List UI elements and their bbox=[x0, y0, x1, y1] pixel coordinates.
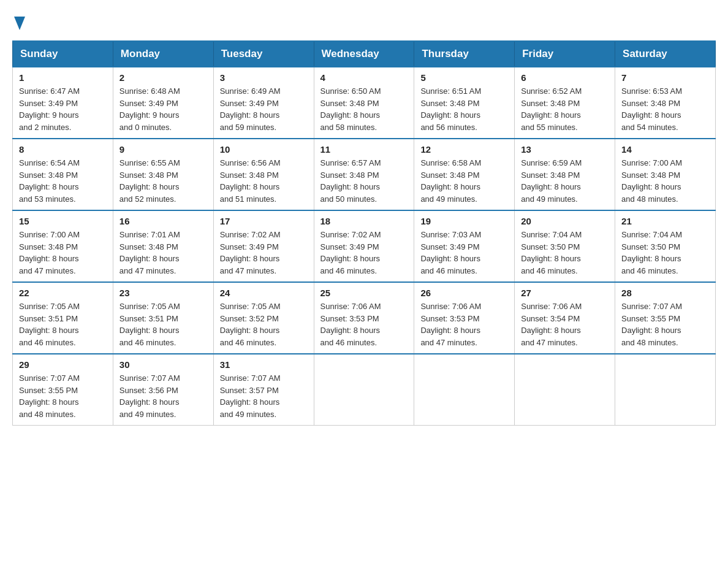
day-number: 31 bbox=[220, 359, 308, 370]
day-number: 27 bbox=[521, 288, 609, 298]
day-info: Sunrise: 7:07 AMSunset: 3:56 PMDaylight:… bbox=[119, 372, 207, 420]
day-number: 25 bbox=[320, 288, 408, 298]
calendar-cell: 29Sunrise: 7:07 AMSunset: 3:55 PMDayligh… bbox=[13, 354, 113, 426]
calendar-cell: 13Sunrise: 6:59 AMSunset: 3:48 PMDayligh… bbox=[515, 139, 615, 210]
calendar-cell bbox=[615, 354, 716, 426]
calendar-cell: 28Sunrise: 7:07 AMSunset: 3:55 PMDayligh… bbox=[615, 282, 716, 354]
weekday-header-sunday: Sunday bbox=[13, 41, 113, 67]
calendar-cell: 17Sunrise: 7:02 AMSunset: 3:49 PMDayligh… bbox=[213, 210, 314, 282]
calendar-cell: 1Sunrise: 6:47 AMSunset: 3:49 PMDaylight… bbox=[13, 67, 113, 139]
day-number: 10 bbox=[220, 144, 308, 155]
day-info: Sunrise: 6:52 AMSunset: 3:48 PMDaylight:… bbox=[521, 85, 609, 133]
calendar-cell: 30Sunrise: 7:07 AMSunset: 3:56 PMDayligh… bbox=[113, 354, 213, 426]
day-number: 18 bbox=[320, 216, 408, 226]
weekday-header-row: SundayMondayTuesdayWednesdayThursdayFrid… bbox=[13, 41, 716, 67]
day-info: Sunrise: 6:47 AMSunset: 3:49 PMDaylight:… bbox=[19, 85, 107, 133]
calendar-cell: 19Sunrise: 7:03 AMSunset: 3:49 PMDayligh… bbox=[414, 210, 515, 282]
calendar-cell: 15Sunrise: 7:00 AMSunset: 3:48 PMDayligh… bbox=[13, 210, 113, 282]
day-number: 4 bbox=[320, 72, 408, 83]
day-number: 30 bbox=[119, 359, 207, 370]
day-number: 20 bbox=[521, 216, 609, 226]
calendar-cell: 24Sunrise: 7:05 AMSunset: 3:52 PMDayligh… bbox=[213, 282, 314, 354]
day-info: Sunrise: 7:02 AMSunset: 3:49 PMDaylight:… bbox=[320, 229, 408, 277]
day-number: 9 bbox=[119, 144, 207, 155]
calendar-cell: 21Sunrise: 7:04 AMSunset: 3:50 PMDayligh… bbox=[615, 210, 716, 282]
day-info: Sunrise: 7:05 AMSunset: 3:52 PMDaylight:… bbox=[220, 301, 308, 348]
logo bbox=[12, 12, 25, 28]
day-number: 13 bbox=[521, 144, 609, 155]
day-info: Sunrise: 7:00 AMSunset: 3:48 PMDaylight:… bbox=[621, 157, 709, 205]
day-info: Sunrise: 7:06 AMSunset: 3:54 PMDaylight:… bbox=[521, 301, 609, 348]
calendar-week-row: 29Sunrise: 7:07 AMSunset: 3:55 PMDayligh… bbox=[13, 354, 716, 426]
day-info: Sunrise: 7:04 AMSunset: 3:50 PMDaylight:… bbox=[521, 229, 609, 277]
calendar-cell: 18Sunrise: 7:02 AMSunset: 3:49 PMDayligh… bbox=[314, 210, 414, 282]
day-info: Sunrise: 7:07 AMSunset: 3:55 PMDaylight:… bbox=[621, 301, 709, 348]
logo-general-text bbox=[12, 12, 25, 32]
day-number: 21 bbox=[621, 216, 709, 226]
day-info: Sunrise: 6:54 AMSunset: 3:48 PMDaylight:… bbox=[19, 157, 107, 205]
day-number: 28 bbox=[621, 288, 709, 298]
day-info: Sunrise: 6:53 AMSunset: 3:48 PMDaylight:… bbox=[621, 85, 709, 133]
day-info: Sunrise: 7:07 AMSunset: 3:57 PMDaylight:… bbox=[220, 372, 308, 420]
day-number: 15 bbox=[19, 216, 107, 226]
calendar-table: SundayMondayTuesdayWednesdayThursdayFrid… bbox=[12, 40, 716, 426]
day-number: 5 bbox=[420, 72, 508, 83]
day-info: Sunrise: 7:00 AMSunset: 3:48 PMDaylight:… bbox=[19, 229, 107, 277]
page-header bbox=[12, 12, 716, 28]
calendar-cell: 12Sunrise: 6:58 AMSunset: 3:48 PMDayligh… bbox=[414, 139, 515, 210]
weekday-header-tuesday: Tuesday bbox=[213, 41, 314, 67]
calendar-cell: 16Sunrise: 7:01 AMSunset: 3:48 PMDayligh… bbox=[113, 210, 213, 282]
calendar-cell: 9Sunrise: 6:55 AMSunset: 3:48 PMDaylight… bbox=[113, 139, 213, 210]
calendar-cell bbox=[314, 354, 414, 426]
day-info: Sunrise: 6:56 AMSunset: 3:48 PMDaylight:… bbox=[220, 157, 308, 205]
calendar-cell: 3Sunrise: 6:49 AMSunset: 3:49 PMDaylight… bbox=[213, 67, 314, 139]
day-info: Sunrise: 7:07 AMSunset: 3:55 PMDaylight:… bbox=[19, 372, 107, 420]
calendar-cell: 23Sunrise: 7:05 AMSunset: 3:51 PMDayligh… bbox=[113, 282, 213, 354]
day-number: 1 bbox=[19, 72, 107, 83]
calendar-cell: 27Sunrise: 7:06 AMSunset: 3:54 PMDayligh… bbox=[515, 282, 615, 354]
calendar-cell: 20Sunrise: 7:04 AMSunset: 3:50 PMDayligh… bbox=[515, 210, 615, 282]
day-info: Sunrise: 6:51 AMSunset: 3:48 PMDaylight:… bbox=[420, 85, 508, 133]
weekday-header-thursday: Thursday bbox=[414, 41, 515, 67]
day-number: 3 bbox=[220, 72, 308, 83]
day-number: 7 bbox=[621, 72, 709, 83]
day-info: Sunrise: 6:49 AMSunset: 3:49 PMDaylight:… bbox=[220, 85, 308, 133]
calendar-week-row: 8Sunrise: 6:54 AMSunset: 3:48 PMDaylight… bbox=[13, 139, 716, 210]
calendar-cell: 14Sunrise: 7:00 AMSunset: 3:48 PMDayligh… bbox=[615, 139, 716, 210]
calendar-week-row: 1Sunrise: 6:47 AMSunset: 3:49 PMDaylight… bbox=[13, 67, 716, 139]
calendar-cell: 6Sunrise: 6:52 AMSunset: 3:48 PMDaylight… bbox=[515, 67, 615, 139]
calendar-cell: 2Sunrise: 6:48 AMSunset: 3:49 PMDaylight… bbox=[113, 67, 213, 139]
calendar-cell: 22Sunrise: 7:05 AMSunset: 3:51 PMDayligh… bbox=[13, 282, 113, 354]
day-number: 26 bbox=[420, 288, 508, 298]
calendar-week-row: 15Sunrise: 7:00 AMSunset: 3:48 PMDayligh… bbox=[13, 210, 716, 282]
calendar-week-row: 22Sunrise: 7:05 AMSunset: 3:51 PMDayligh… bbox=[13, 282, 716, 354]
calendar-cell: 10Sunrise: 6:56 AMSunset: 3:48 PMDayligh… bbox=[213, 139, 314, 210]
day-number: 17 bbox=[220, 216, 308, 226]
day-info: Sunrise: 6:59 AMSunset: 3:48 PMDaylight:… bbox=[521, 157, 609, 205]
weekday-header-monday: Monday bbox=[113, 41, 213, 67]
day-info: Sunrise: 6:48 AMSunset: 3:49 PMDaylight:… bbox=[119, 85, 207, 133]
day-info: Sunrise: 7:04 AMSunset: 3:50 PMDaylight:… bbox=[621, 229, 709, 277]
day-number: 2 bbox=[119, 72, 207, 83]
day-info: Sunrise: 6:50 AMSunset: 3:48 PMDaylight:… bbox=[320, 85, 408, 133]
weekday-header-wednesday: Wednesday bbox=[314, 41, 414, 67]
day-info: Sunrise: 7:06 AMSunset: 3:53 PMDaylight:… bbox=[320, 301, 408, 348]
day-number: 8 bbox=[19, 144, 107, 155]
calendar-cell: 7Sunrise: 6:53 AMSunset: 3:48 PMDaylight… bbox=[615, 67, 716, 139]
calendar-cell: 8Sunrise: 6:54 AMSunset: 3:48 PMDaylight… bbox=[13, 139, 113, 210]
calendar-cell: 4Sunrise: 6:50 AMSunset: 3:48 PMDaylight… bbox=[314, 67, 414, 139]
day-info: Sunrise: 7:02 AMSunset: 3:49 PMDaylight:… bbox=[220, 229, 308, 277]
day-info: Sunrise: 6:55 AMSunset: 3:48 PMDaylight:… bbox=[119, 157, 207, 205]
weekday-header-friday: Friday bbox=[515, 41, 615, 67]
day-number: 6 bbox=[521, 72, 609, 83]
calendar-cell: 26Sunrise: 7:06 AMSunset: 3:53 PMDayligh… bbox=[414, 282, 515, 354]
svg-marker-0 bbox=[14, 17, 25, 30]
day-info: Sunrise: 7:03 AMSunset: 3:49 PMDaylight:… bbox=[420, 229, 508, 277]
day-number: 22 bbox=[19, 288, 107, 298]
day-info: Sunrise: 7:06 AMSunset: 3:53 PMDaylight:… bbox=[420, 301, 508, 348]
day-number: 12 bbox=[420, 144, 508, 155]
day-number: 29 bbox=[19, 359, 107, 370]
day-number: 19 bbox=[420, 216, 508, 226]
day-number: 16 bbox=[119, 216, 207, 226]
calendar-cell bbox=[414, 354, 515, 426]
